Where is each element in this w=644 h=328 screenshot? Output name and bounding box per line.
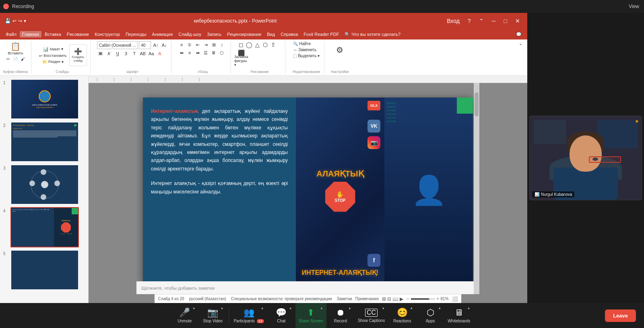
- format-copy-btn[interactable]: 🖌: [20, 56, 26, 62]
- save-icon[interactable]: 💾: [5, 18, 11, 24]
- slide-thumbnail-3[interactable]: [10, 164, 79, 205]
- notes-btn[interactable]: Заметки: [337, 297, 352, 301]
- slide-canvas-area[interactable]: Интернет-алаяқтық деп ақпараттық жүйені …: [136, 83, 479, 294]
- slide-thumb-5[interactable]: 5: [3, 250, 85, 290]
- decrease-indent-btn[interactable]: ⇤: [194, 41, 201, 48]
- zoom-level[interactable]: 81%: [441, 297, 449, 301]
- main-slide[interactable]: Интернет-алаяқтық деп ақпараттық жүйені …: [143, 98, 473, 283]
- menu-slideshow[interactable]: Слайд-шоу: [176, 31, 204, 37]
- close-button[interactable]: [3, 4, 9, 9]
- menu-search[interactable]: 🔍 Что вы хотите сделать?: [342, 31, 403, 38]
- linespace-btn[interactable]: ↕: [218, 41, 225, 48]
- menu-help[interactable]: Справка: [278, 31, 300, 37]
- slide-thumb-2[interactable]: 2 Киберқауіпсіздік – заманауи тіршілік к…: [3, 122, 85, 162]
- increase-indent-btn[interactable]: ⇥: [202, 41, 209, 48]
- menu-view[interactable]: Вид: [264, 31, 277, 37]
- captions-btn[interactable]: ▲ CC Show Captions: [355, 303, 388, 328]
- participants-btn[interactable]: ▲ 👥 Participants 23: [231, 303, 267, 328]
- pp-minimize-btn[interactable]: ─: [489, 17, 498, 25]
- bullets-btn[interactable]: ≡: [178, 41, 185, 48]
- font-name-box[interactable]: Calibri (Основной ...: [97, 41, 138, 49]
- menu-transitions[interactable]: Переходы: [123, 31, 149, 37]
- find-btn[interactable]: 🔍 Найти: [292, 41, 321, 46]
- accessibility-btn[interactable]: Специальные возможности: проверьте реком…: [231, 297, 332, 301]
- chat-btn[interactable]: ▲ 💬 Chat: [267, 303, 295, 328]
- align-justify-btn[interactable]: ☰: [202, 49, 209, 56]
- cols-btn[interactable]: ⊞: [210, 41, 217, 48]
- reading-view-btn[interactable]: 📖: [392, 296, 398, 302]
- shape1-btn[interactable]: ◻: [237, 41, 245, 48]
- align-center-btn[interactable]: ≡: [186, 49, 193, 56]
- view-button[interactable]: View: [629, 4, 639, 9]
- share-screen-btn[interactable]: ▲ ⬆ Share Screen: [295, 303, 326, 328]
- menu-animation[interactable]: Анимация: [150, 31, 175, 37]
- select-btn[interactable]: ⬚ Выделить ▾: [292, 53, 321, 58]
- menu-home[interactable]: Главная: [20, 31, 41, 37]
- numbering-btn[interactable]: ①: [186, 41, 193, 48]
- apps-caret[interactable]: ▲: [438, 306, 441, 310]
- stop-video-btn[interactable]: ▲ 📷 Stop Video: [199, 303, 227, 328]
- create-slide-btn[interactable]: ➕ Создать слайд: [69, 44, 87, 66]
- shape2-btn[interactable]: ◯: [246, 41, 253, 48]
- copy-btn[interactable]: 📄: [12, 56, 19, 62]
- pp-maximize-btn[interactable]: □: [502, 17, 510, 25]
- collapse-ribbon-btn[interactable]: ⌃: [517, 42, 524, 49]
- slide-thumbnail-2[interactable]: Киберқауіпсіздік – заманауи тіршілік кіл…: [10, 122, 79, 162]
- whiteboards-btn[interactable]: ▲ 🖥 Whiteboards: [444, 303, 473, 328]
- cut-btn[interactable]: ✂: [5, 56, 11, 62]
- font-size-box[interactable]: 40: [139, 41, 151, 49]
- maket-btn[interactable]: 📊 Макет ▾: [41, 46, 64, 52]
- menu-design[interactable]: Конструктор: [92, 31, 122, 37]
- redo-icon[interactable]: ↪: [18, 18, 22, 24]
- align-left-btn[interactable]: ⬅: [178, 49, 185, 56]
- align-right-btn[interactable]: ➡: [194, 49, 201, 56]
- slide-thumbnail-5[interactable]: [10, 250, 79, 290]
- record-caret[interactable]: ▲: [348, 306, 351, 310]
- slide-thumb-4[interactable]: 4 Интернет-алаяқтық деп ақпараттық жүйен…: [3, 207, 85, 247]
- record-btn[interactable]: ▲ ⏺ Record: [326, 303, 355, 328]
- undo-icon[interactable]: ↩: [12, 18, 17, 24]
- shadow-btn[interactable]: Т: [131, 50, 138, 57]
- bold-btn[interactable]: Ж: [97, 50, 104, 57]
- pp-signin-btn[interactable]: Вход: [444, 17, 462, 25]
- whiteboards-caret[interactable]: ▲: [467, 306, 470, 310]
- convert-smartart-btn[interactable]: ⬡: [218, 49, 225, 56]
- italic-btn[interactable]: К: [105, 50, 113, 57]
- share-caret[interactable]: ▲: [320, 306, 323, 310]
- underline-btn[interactable]: Ч: [114, 50, 121, 57]
- arrange-btn[interactable]: ⇧: [270, 41, 277, 48]
- menu-draw[interactable]: Рисование: [64, 31, 91, 37]
- comments-btn[interactable]: Примечания: [355, 297, 379, 301]
- font-size-decrease[interactable]: A↓: [161, 42, 168, 49]
- charspacing-btn[interactable]: АВ: [139, 50, 147, 57]
- slide-editor-scrollbar[interactable]: [474, 83, 479, 294]
- scrollbar-thumb[interactable]: [475, 92, 479, 116]
- participants-caret[interactable]: ▲: [261, 306, 264, 310]
- font-size-increase[interactable]: A↑: [152, 42, 159, 49]
- fontcolor-btn[interactable]: А: [156, 50, 163, 57]
- menu-insert[interactable]: Вставка: [42, 31, 64, 37]
- unmute-btn[interactable]: ▲ 🎤 Unmute: [171, 303, 199, 328]
- shape4-btn[interactable]: ⬡: [262, 41, 269, 48]
- text-dir-btn[interactable]: Ⅲ: [210, 49, 217, 56]
- chat-caret[interactable]: ▲: [289, 306, 292, 310]
- menu-foxit[interactable]: Foxit Reader PDF: [301, 31, 341, 37]
- notes-area[interactable]: Щёлкните, чтобы добавить заметки: [136, 281, 474, 294]
- slide-thumb-3[interactable]: 3: [3, 164, 85, 205]
- slide-thumbnail-4[interactable]: Интернет-алаяқтық деп ақпараттық жүйені …: [10, 207, 79, 247]
- pp-ribbon-toggle[interactable]: ⌃: [477, 17, 486, 25]
- settings-btn[interactable]: ⚙: [332, 41, 348, 59]
- zoom-out-btn[interactable]: ─: [407, 297, 409, 301]
- charcase-btn[interactable]: Аа: [148, 50, 155, 57]
- reactions-caret[interactable]: ▲: [410, 306, 413, 310]
- replace-btn[interactable]: ↔ Заменить: [292, 47, 321, 52]
- fit-slide-btn[interactable]: ⬜: [452, 296, 458, 302]
- shape-fill-btn[interactable]: Заливка фигуры ▾: [237, 57, 245, 64]
- pp-close-btn[interactable]: ✕: [513, 17, 522, 25]
- zoom-in-btn[interactable]: +: [437, 297, 439, 301]
- leave-btn[interactable]: Leave: [605, 309, 636, 322]
- slideshow-btn[interactable]: ▶: [400, 296, 403, 302]
- shape3-btn[interactable]: △: [254, 41, 261, 48]
- reactions-btn[interactable]: ▲ 😊 Reactions: [388, 303, 416, 328]
- paste-btn[interactable]: 📋 Вставить: [8, 41, 23, 56]
